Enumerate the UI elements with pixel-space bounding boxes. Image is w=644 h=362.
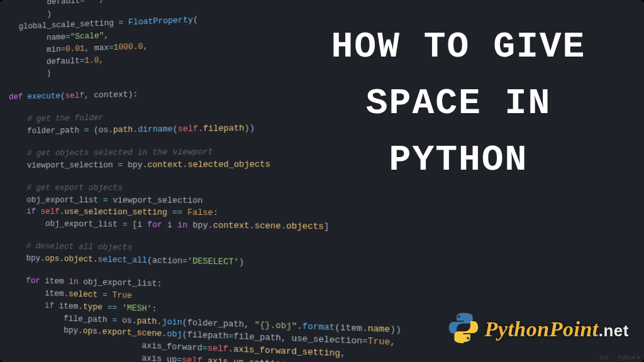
editor-status-bar: INS Python ▾ xyxy=(599,354,640,361)
code-content: obj_export_list = viewport_selection xyxy=(0,194,203,207)
status-ins: INS xyxy=(599,354,609,361)
status-lang: Python ▾ xyxy=(618,354,640,361)
title-line-2: SPACE IN xyxy=(298,75,619,132)
title-line-1: HOW TO GIVE xyxy=(298,19,619,75)
image-card: 177 ),178 default='*',179 )180 global_sc… xyxy=(0,0,644,362)
logo-brand: PythonPoint xyxy=(485,317,599,341)
site-logo: PythonPoint.net xyxy=(447,311,629,347)
code-content: viewport_selection = bpy.context.selecte… xyxy=(0,158,270,172)
logo-text: PythonPoint.net xyxy=(485,317,629,341)
code-content: ) xyxy=(0,68,51,81)
python-logo-icon xyxy=(447,311,480,347)
code-content: # get objects selected in the viewport xyxy=(0,146,213,160)
logo-tld: .net xyxy=(599,321,629,340)
code-content: # get the folder xyxy=(0,112,104,126)
code-content: # get export objects xyxy=(0,182,123,195)
title-overlay: HOW TO GIVE SPACE IN PYTHON xyxy=(298,19,619,189)
title-line-3: PYTHON xyxy=(298,132,619,189)
